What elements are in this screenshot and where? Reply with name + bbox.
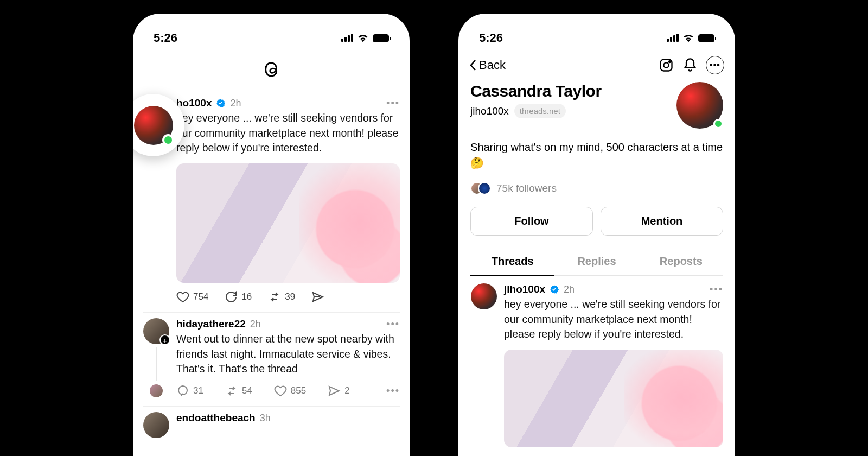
post-username[interactable]: jiho100x <box>504 283 545 295</box>
post-more-button[interactable]: ••• <box>386 319 400 330</box>
cellular-icon <box>667 34 679 42</box>
repost-button[interactable]: 39 <box>268 290 295 303</box>
post-image[interactable] <box>176 163 400 283</box>
more-options-button[interactable]: ••• <box>706 56 724 74</box>
phone-right: 5:26 Back ••• Cassandra Taylor jiho100 <box>458 14 735 456</box>
bio: Sharing what's on my mind, 500 character… <box>470 140 723 171</box>
tab-threads[interactable]: Threads <box>470 249 554 275</box>
post[interactable]: endoatthebeach 3h <box>143 407 400 447</box>
instagram-icon <box>659 58 674 73</box>
add-icon[interactable]: + <box>159 334 170 345</box>
back-button[interactable]: Back <box>469 58 506 72</box>
wifi-icon <box>358 34 368 42</box>
post[interactable]: jiho100x 2h ••• hey everyone ... we're s… <box>470 283 723 447</box>
post-actions: 31 54 855 2 ••• <box>176 384 400 397</box>
avatar[interactable] <box>471 283 497 309</box>
post-username[interactable]: endoatthebeach <box>176 412 256 424</box>
bell-icon <box>682 58 698 73</box>
svg-point-3 <box>669 61 671 62</box>
followers-count: 75k followers <box>496 182 557 194</box>
post-actions: 754 16 39 <box>176 290 400 303</box>
post-more-button[interactable]: ••• <box>386 385 400 397</box>
threads-logo[interactable] <box>133 50 410 92</box>
verified-badge-icon <box>216 98 226 108</box>
online-status-dot <box>713 119 723 129</box>
repost-count: 54 <box>242 385 252 396</box>
wifi-icon <box>683 34 694 42</box>
follower-avatars <box>470 182 491 195</box>
post-more-button[interactable]: ••• <box>710 284 723 295</box>
display-name: Cassandra Taylor <box>470 82 602 100</box>
online-status-dot <box>162 134 174 146</box>
post[interactable]: + hidayathere22 2h ••• Went out to dinne… <box>143 313 400 407</box>
svg-point-2 <box>663 62 668 67</box>
post-timestamp: 2h <box>250 319 261 330</box>
like-button[interactable]: 754 <box>176 290 208 303</box>
back-label: Back <box>479 58 506 72</box>
like-count: 855 <box>291 385 306 396</box>
top-bar: Back ••• <box>458 50 735 78</box>
tab-reposts[interactable]: Reposts <box>639 249 723 275</box>
notifications-button[interactable] <box>682 57 698 73</box>
tab-replies[interactable]: Replies <box>554 249 639 275</box>
mention-button[interactable]: Mention <box>601 207 723 236</box>
profile: Cassandra Taylor jiho100x threads.net Sh… <box>458 78 735 276</box>
status-bar: 5:26 <box>133 24 410 50</box>
status-bar: 5:26 <box>458 24 735 50</box>
battery-icon <box>698 34 714 42</box>
post-username[interactable]: hidayathere22 <box>176 318 246 330</box>
like-count: 754 <box>193 292 208 302</box>
cellular-icon <box>341 34 353 42</box>
profile-avatar[interactable] <box>676 82 723 129</box>
status-indicators <box>341 34 389 42</box>
followers-row[interactable]: 75k followers <box>470 182 723 195</box>
domain-pill[interactable]: threads.net <box>514 104 566 118</box>
phone-left: 5:26 ho100x 2h ••• hey everyone ... we'r <box>133 14 410 456</box>
post-timestamp: 3h <box>260 413 271 424</box>
status-indicators <box>667 34 714 42</box>
comment-count: 16 <box>241 292 252 302</box>
post-more-button[interactable]: ••• <box>386 98 400 109</box>
comment-button[interactable]: 31 <box>176 384 203 397</box>
post-timestamp: 2h <box>230 98 241 109</box>
share-button[interactable]: 2 <box>328 384 349 397</box>
follow-button[interactable]: Follow <box>470 207 593 236</box>
post-body: Went out to dinner at the new spot nearb… <box>176 332 400 377</box>
svg-point-0 <box>178 386 187 395</box>
ellipsis-icon: ••• <box>710 60 720 70</box>
handle: jiho100x <box>470 105 509 117</box>
post-body: hey everyone ... we're still seeking ven… <box>504 297 723 342</box>
battery-icon <box>373 34 389 42</box>
post-username[interactable]: ho100x <box>176 97 212 109</box>
avatar[interactable] <box>134 106 173 145</box>
repost-count: 39 <box>285 292 295 302</box>
avatar[interactable]: + <box>143 318 169 344</box>
chevron-left-icon <box>469 59 477 71</box>
comment-button[interactable]: 16 <box>225 290 252 303</box>
verified-badge-icon <box>550 284 559 294</box>
status-time: 5:26 <box>479 31 503 45</box>
reply-avatar[interactable] <box>150 384 163 397</box>
post-body: hey everyone ... we're still seeking ven… <box>176 111 400 156</box>
avatar[interactable] <box>143 412 169 438</box>
share-button[interactable] <box>311 290 324 303</box>
status-time: 5:26 <box>154 31 177 45</box>
share-count: 2 <box>344 385 349 396</box>
instagram-button[interactable] <box>658 57 674 73</box>
profile-feed: jiho100x 2h ••• hey everyone ... we're s… <box>458 276 735 447</box>
post-timestamp: 2h <box>564 284 575 295</box>
comment-count: 31 <box>193 385 203 396</box>
like-button[interactable]: 855 <box>274 384 306 397</box>
profile-tabs: Threads Replies Reposts <box>470 249 723 276</box>
post-image[interactable] <box>504 350 723 447</box>
repost-button[interactable]: 54 <box>225 384 252 397</box>
thread-line <box>156 347 157 381</box>
